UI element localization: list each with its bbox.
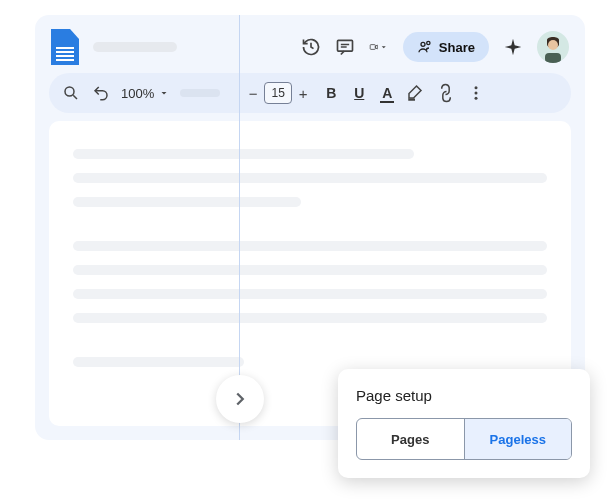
topbar: Share bbox=[35, 15, 585, 71]
pageless-option[interactable]: Pageless bbox=[465, 419, 572, 459]
bold-button[interactable]: B bbox=[322, 85, 340, 101]
svg-rect-0 bbox=[337, 40, 352, 51]
avatar[interactable] bbox=[537, 31, 569, 63]
svg-point-6 bbox=[427, 41, 430, 44]
svg-point-16 bbox=[475, 97, 478, 100]
chevron-down-icon bbox=[158, 87, 170, 99]
comment-icon[interactable] bbox=[335, 37, 355, 57]
formatting-toolbar: 100% − + B U A bbox=[49, 73, 571, 113]
svg-rect-3 bbox=[370, 45, 375, 50]
svg-line-12 bbox=[73, 95, 77, 99]
text-line bbox=[73, 313, 547, 323]
svg-rect-10 bbox=[545, 53, 561, 63]
pages-option[interactable]: Pages bbox=[357, 419, 465, 459]
text-line bbox=[73, 241, 547, 251]
underline-button[interactable]: U bbox=[350, 85, 368, 101]
header-actions: Share bbox=[301, 31, 569, 63]
svg-point-11 bbox=[65, 87, 74, 96]
text-line bbox=[73, 357, 244, 367]
text-line bbox=[73, 265, 547, 275]
expand-button[interactable] bbox=[216, 375, 264, 423]
text-line bbox=[73, 289, 547, 299]
font-size-control: − + bbox=[244, 82, 312, 104]
font-size-input[interactable] bbox=[264, 82, 292, 104]
text-line bbox=[73, 173, 547, 183]
svg-marker-4 bbox=[375, 45, 377, 49]
search-icon[interactable] bbox=[61, 83, 81, 103]
font-size-increase[interactable]: + bbox=[294, 83, 312, 103]
gemini-icon[interactable] bbox=[503, 37, 523, 57]
zoom-selector[interactable]: 100% bbox=[121, 86, 170, 101]
svg-point-14 bbox=[475, 86, 478, 89]
svg-point-5 bbox=[421, 42, 425, 46]
page-setup-panel: Page setup Pages Pageless bbox=[338, 369, 590, 478]
panel-title: Page setup bbox=[356, 387, 572, 404]
text-line bbox=[73, 197, 301, 207]
more-icon[interactable] bbox=[466, 83, 486, 103]
share-label: Share bbox=[439, 40, 475, 55]
svg-point-15 bbox=[475, 92, 478, 95]
undo-icon[interactable] bbox=[91, 83, 111, 103]
text-line bbox=[73, 149, 414, 159]
link-button[interactable] bbox=[436, 83, 456, 103]
highlight-button[interactable] bbox=[406, 83, 426, 103]
title-placeholder bbox=[93, 42, 177, 52]
toolbar-placeholder bbox=[180, 89, 220, 97]
meet-icon[interactable] bbox=[369, 37, 389, 57]
text-color-button[interactable]: A bbox=[378, 85, 396, 101]
share-button[interactable]: Share bbox=[403, 32, 489, 62]
history-icon[interactable] bbox=[301, 37, 321, 57]
svg-point-9 bbox=[548, 40, 558, 50]
docs-logo-icon bbox=[51, 29, 79, 65]
page-mode-segmented: Pages Pageless bbox=[356, 418, 572, 460]
font-size-decrease[interactable]: − bbox=[244, 83, 262, 103]
chevron-right-icon bbox=[229, 388, 251, 410]
